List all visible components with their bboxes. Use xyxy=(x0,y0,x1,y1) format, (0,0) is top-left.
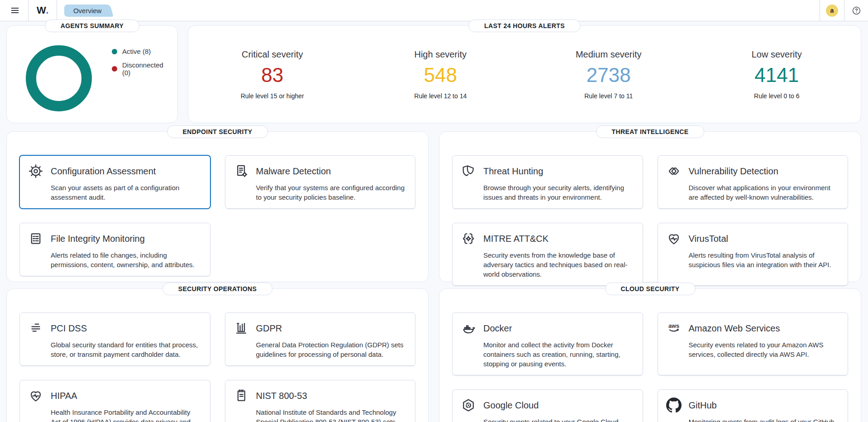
alert-title: Critical severity xyxy=(242,49,303,60)
alert-rule: Rule level 7 to 11 xyxy=(584,92,633,100)
card-description: Global security standard for entities th… xyxy=(51,340,201,359)
user-avatar[interactable]: a xyxy=(826,5,838,17)
document-gear-icon xyxy=(233,163,249,179)
logo-dot: . xyxy=(46,5,48,16)
card-amazon-web-services[interactable]: aws Amazon Web Services Security events … xyxy=(658,312,849,375)
card-file-integrity-monitoring[interactable]: File Integrity Monitoring Alerts related… xyxy=(19,223,210,276)
card-title: GitHub xyxy=(689,400,839,411)
card-configuration-assessment[interactable]: Configuration Assessment Scan your asset… xyxy=(19,155,210,209)
agents-legend: Active (8) Disconnected (0) xyxy=(112,48,169,111)
card-description: Security events related to your Amazon A… xyxy=(689,340,839,359)
topbar-divider xyxy=(820,0,820,21)
card-title: MITRE ATT&CK xyxy=(483,234,634,244)
tab-overview[interactable]: Overview xyxy=(64,5,108,17)
svg-text:aws: aws xyxy=(668,322,679,329)
alert-value[interactable]: 83 xyxy=(261,65,283,85)
agents-summary-panel: AGENTS SUMMARY Active (8) Disconnected (… xyxy=(6,25,178,123)
hexagon-target-icon xyxy=(460,397,477,413)
card-description: Security events related to your Google C… xyxy=(483,417,634,422)
cloud-security-section: CLOUD SECURITY Docker Monitor and collec… xyxy=(439,288,861,422)
bar-chart-box-icon xyxy=(233,320,249,336)
alert-stat-critical: Critical severity 83 Rule level 15 or hi… xyxy=(188,26,357,123)
card-mitre-attack[interactable]: MITRE ATT&CK Security events from the kn… xyxy=(452,223,643,286)
shield-icon xyxy=(460,163,477,179)
card-description: National Institute of Standards and Tech… xyxy=(256,408,406,422)
card-title: Docker xyxy=(483,323,634,334)
card-pci-dss[interactable]: PCI DSS Global security standard for ent… xyxy=(19,312,210,366)
topbar-divider xyxy=(57,0,57,21)
security-operations-label: SECURITY OPERATIONS xyxy=(162,283,273,295)
card-title: NIST 800-53 xyxy=(256,391,406,401)
card-title: VirusTotal xyxy=(689,234,839,244)
question-circle-icon xyxy=(852,6,861,15)
card-description: General Data Protection Regulation (GDPR… xyxy=(256,340,406,359)
endpoint-security-label: ENDPOINT SECURITY xyxy=(167,125,268,138)
card-description: Alerts related to file changes, includin… xyxy=(51,250,201,269)
card-title: File Integrity Monitoring xyxy=(51,234,201,244)
align-bars-icon xyxy=(28,320,44,336)
alerts-panel-label: LAST 24 HOURS ALERTS xyxy=(468,19,581,32)
file-list-icon xyxy=(28,230,44,247)
agents-summary-label: AGENTS SUMMARY xyxy=(45,19,140,32)
card-title: Threat Hunting xyxy=(483,166,634,177)
threat-intelligence-section: THREAT INTELLIGENCE Threat Hunting Brows… xyxy=(439,131,861,282)
gear-icon xyxy=(28,163,44,179)
github-octocat-icon xyxy=(666,397,682,413)
card-description: Discover what applications in your envir… xyxy=(689,183,839,202)
card-description: Scan your assets as part of a configurat… xyxy=(51,183,201,202)
legend-dot xyxy=(112,66,117,72)
card-hipaa[interactable]: HIPAA Health Insurance Portability and A… xyxy=(19,380,210,422)
card-title: Google Cloud xyxy=(483,400,634,411)
legend-item-active[interactable]: Active (8) xyxy=(112,48,169,55)
card-malware-detection[interactable]: Malware Detection Verify that your syste… xyxy=(225,155,416,209)
legend-item-disconnected[interactable]: Disconnected (0) xyxy=(112,61,169,77)
card-github[interactable]: GitHub Monitoring events from audit logs… xyxy=(658,389,849,422)
threat-intelligence-label: THREAT INTELLIGENCE xyxy=(596,125,705,138)
heart-pulse-icon xyxy=(28,388,44,404)
cloud-security-label: CLOUD SECURITY xyxy=(605,283,695,295)
alert-title: High severity xyxy=(414,49,467,60)
card-title: Malware Detection xyxy=(256,166,406,177)
docker-whale-icon xyxy=(460,320,477,336)
braces-target-icon xyxy=(460,230,477,247)
card-title: HIPAA xyxy=(51,391,201,401)
menu-button[interactable] xyxy=(5,3,24,18)
app-logo[interactable]: W. xyxy=(37,5,48,16)
card-description: Verify that your systems are configured … xyxy=(256,183,406,202)
card-description: Monitoring events from audit logs of you… xyxy=(689,417,839,422)
notepad-icon xyxy=(233,388,249,404)
card-title: Configuration Assessment xyxy=(51,166,201,177)
alert-value[interactable]: 2738 xyxy=(587,65,631,85)
agents-donut-chart xyxy=(26,45,92,111)
card-title: Vulnerability Detection xyxy=(689,166,839,177)
card-docker[interactable]: Docker Monitor and collect the activity … xyxy=(452,312,643,375)
card-google-cloud[interactable]: Google Cloud Security events related to … xyxy=(452,389,643,422)
card-description: Security events from the knowledge base … xyxy=(483,250,634,279)
aws-logo-icon: aws xyxy=(666,320,682,336)
top-bar: W. Overview a xyxy=(0,0,868,21)
card-title: PCI DSS xyxy=(51,323,201,334)
card-description: Health Insurance Portability and Account… xyxy=(51,408,201,422)
card-gdpr[interactable]: GDPR General Data Protection Regulation … xyxy=(225,312,416,366)
card-vulnerability-detection[interactable]: Vulnerability Detection Discover what ap… xyxy=(658,155,849,209)
alert-rule: Rule level 0 to 6 xyxy=(754,92,799,100)
legend-dot xyxy=(112,49,117,54)
alert-value[interactable]: 548 xyxy=(424,65,457,85)
page-content: AGENTS SUMMARY Active (8) Disconnected (… xyxy=(0,21,868,422)
topbar-divider xyxy=(844,0,844,21)
help-button[interactable] xyxy=(850,5,863,16)
alert-stat-high: High severity 548 Rule level 12 to 14 xyxy=(357,26,525,123)
alert-rule: Rule level 12 to 14 xyxy=(414,92,467,100)
endpoint-security-section: ENDPOINT SECURITY Configuration Assessme… xyxy=(6,131,429,282)
card-nist-800-53[interactable]: NIST 800-53 National Institute of Standa… xyxy=(225,380,416,422)
tab-label: Overview xyxy=(73,7,102,14)
last-24-hours-alerts-panel: LAST 24 HOURS ALERTS Critical severity 8… xyxy=(188,25,861,123)
hamburger-icon xyxy=(10,5,20,15)
card-title: GDPR xyxy=(256,323,406,334)
alert-title: Low severity xyxy=(752,49,802,60)
alert-value[interactable]: 4141 xyxy=(754,65,799,85)
alert-stat-low: Low severity 4141 Rule level 0 to 6 xyxy=(693,26,861,123)
card-virustotal[interactable]: VirusTotal Alerts resulting from VirusTo… xyxy=(658,223,849,286)
card-description: Monitor and collect the activity from Do… xyxy=(483,340,634,369)
card-threat-hunting[interactable]: Threat Hunting Browse through your secur… xyxy=(452,155,643,209)
